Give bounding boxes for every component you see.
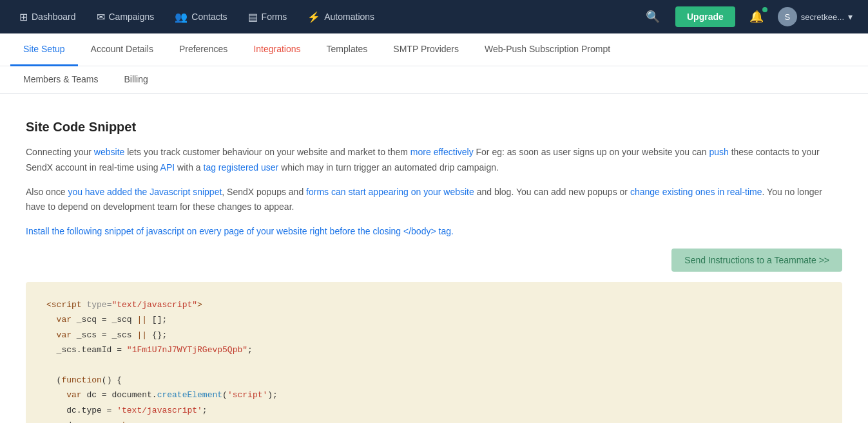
sub-tab-bar: Members & Teams Billing [0, 66, 868, 94]
tab-account-details[interactable]: Account Details [78, 33, 166, 66]
subtab-members-teams[interactable]: Members & Teams [10, 66, 111, 94]
tab-preferences[interactable]: Preferences [166, 33, 240, 66]
dashboard-icon: ⊞ [19, 11, 28, 23]
nav-dashboard[interactable]: ⊞ Dashboard [10, 6, 85, 28]
tab-integrations[interactable]: Integrations [240, 33, 313, 66]
upgrade-button[interactable]: Upgrade [675, 6, 735, 27]
main-tab-bar: Site Setup Account Details Preferences I… [0, 33, 868, 66]
user-menu-button[interactable]: S secretkee... ▾ [773, 5, 858, 29]
top-navigation: ⊞ Dashboard ✉ Campaigns 👥 Contacts ▤ For… [0, 0, 868, 33]
code-snippet: <script type="text/javascript"> var _scq… [26, 282, 842, 423]
description-3: Install the following snippet of javascr… [26, 224, 842, 240]
campaigns-icon: ✉ [97, 11, 105, 23]
nav-campaigns[interactable]: ✉ Campaigns [88, 6, 164, 28]
description-1: Connecting your website lets you track c… [26, 145, 842, 176]
main-content: Site Code Snippet Connecting your websit… [0, 94, 868, 423]
avatar: S [778, 7, 797, 26]
send-instructions-button[interactable]: Send Instructions to a Teammate >> [671, 249, 842, 272]
tab-smtp-providers[interactable]: SMTP Providers [380, 33, 472, 66]
description-2: Also once you have added the Javascript … [26, 185, 842, 216]
send-instructions-container: Send Instructions to a Teammate >> [26, 249, 842, 272]
nav-contacts[interactable]: 👥 Contacts [166, 6, 236, 28]
automations-icon: ⚡ [307, 11, 320, 23]
tab-templates[interactable]: Templates [314, 33, 381, 66]
nav-automations[interactable]: ⚡ Automations [298, 6, 383, 28]
notification-badge [762, 7, 767, 12]
tab-web-push[interactable]: Web-Push Subscription Prompt [472, 33, 623, 66]
tab-site-setup[interactable]: Site Setup [10, 33, 78, 66]
search-button[interactable]: 🔍 [638, 5, 668, 29]
subtab-billing[interactable]: Billing [111, 66, 160, 94]
section-title: Site Code Snippet [26, 120, 842, 135]
nav-forms[interactable]: ▤ Forms [239, 6, 296, 28]
notifications-button[interactable]: 🔔 [743, 5, 770, 29]
contacts-icon: 👥 [175, 11, 188, 23]
user-name: secretkee... [801, 12, 844, 22]
chevron-down-icon: ▾ [848, 12, 853, 22]
forms-icon: ▤ [248, 11, 258, 23]
